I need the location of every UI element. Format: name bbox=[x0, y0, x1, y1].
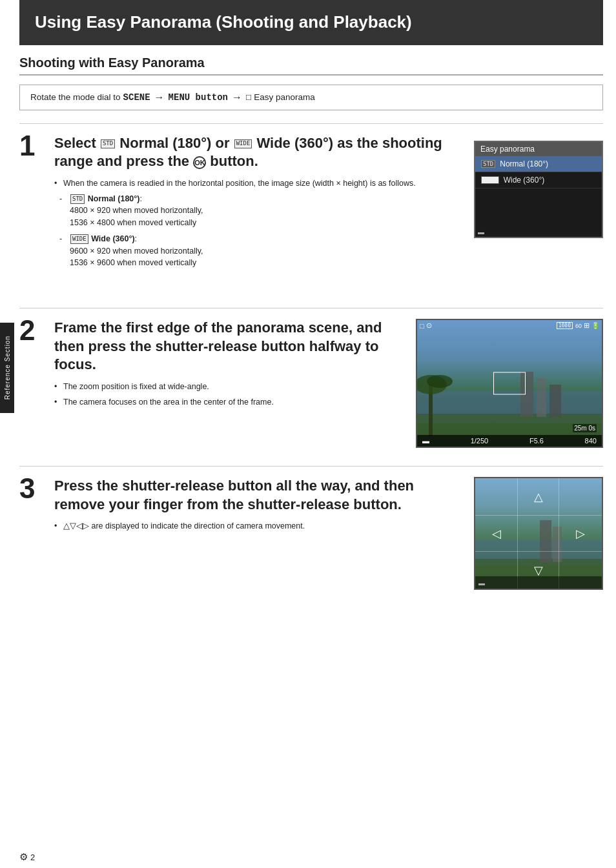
dir-arrow-right: ▷ bbox=[560, 515, 602, 552]
step2-viewfinder: □ ⊙ 1080 60 ⊞ 🔋 25m 0s bbox=[416, 319, 603, 448]
step3-number: 3 bbox=[19, 474, 43, 503]
vf-circle-icon: ⊙ bbox=[426, 321, 432, 330]
step3-bullets: △▽◁▷ are displayed to indicate the direc… bbox=[54, 520, 458, 532]
menu-wide-label: Wide (360°) bbox=[504, 176, 545, 185]
step2-row: 2 Frame the first edge of the panorama s… bbox=[19, 319, 603, 448]
step3-left: 3 Press the shutter-release button all t… bbox=[19, 477, 458, 590]
mode-instruction-prefix: Rotate the mode dial to bbox=[30, 92, 121, 102]
step1-content: Select STD Normal (180°) or WIDE Wide (3… bbox=[54, 134, 458, 272]
dir-battery: ▬ bbox=[478, 580, 485, 587]
sub1-std-icon: STD bbox=[70, 194, 85, 205]
step2-title: Frame the first edge of the panorama sce… bbox=[54, 319, 400, 374]
vf-mode-icon: ⊞ bbox=[584, 321, 590, 330]
section-heading: Shooting with Easy Panorama bbox=[19, 56, 603, 76]
divider2 bbox=[19, 308, 603, 308]
vf-focus-box bbox=[493, 372, 526, 395]
sub2-label: Wide (360°) bbox=[91, 234, 134, 243]
menu-wide-icon: WIDE bbox=[481, 176, 499, 184]
menu-normal-label: Normal (180°) bbox=[500, 159, 548, 168]
scene-text: SCENE bbox=[123, 92, 150, 103]
panorama-icon: □ bbox=[246, 92, 251, 102]
step3-direction-screen: △ ◁ ▷ ▽ ▬ bbox=[474, 477, 603, 590]
mode-instruction-box: Rotate the mode dial to SCENE → MENU but… bbox=[19, 85, 603, 110]
divider1 bbox=[19, 123, 603, 124]
page-title: Using Easy Panorama (Shooting and Playba… bbox=[35, 12, 588, 34]
page-footer: ⚙ 2 bbox=[0, 846, 616, 868]
dir-arrow-center bbox=[517, 515, 559, 552]
sub2-wide-icon: WIDE bbox=[70, 234, 88, 245]
step1-sub2: WIDE Wide (360°): 9600 × 920 when moved … bbox=[59, 233, 458, 269]
menu-button-text: MENU button bbox=[169, 92, 228, 103]
menu-screen-bottom: ▬ bbox=[475, 227, 602, 237]
step1-bullet1: When the camera is readied in the horizo… bbox=[54, 177, 458, 190]
dir-arrows: △ ◁ ▷ ▽ bbox=[475, 478, 602, 589]
footer-page-number: 2 bbox=[30, 853, 35, 862]
step1-sub-list: STD Normal (180°): 4800 × 920 when moved… bbox=[59, 193, 458, 270]
page: Reference Section Using Easy Panorama (S… bbox=[0, 0, 616, 868]
arrow2: → bbox=[232, 92, 242, 103]
vf-shutter: 1/250 bbox=[471, 437, 489, 445]
step3-content: Press the shutter-release button all the… bbox=[54, 477, 458, 536]
vf-aperture: F5.6 bbox=[529, 437, 544, 445]
step1-menu-screen: Easy panorama STD Normal (180°) WIDE Wid… bbox=[474, 141, 603, 238]
vf-top-icons: □ ⊙ 1080 60 ⊞ 🔋 bbox=[417, 321, 602, 330]
dir-arrow-topright bbox=[560, 478, 602, 515]
step3-bullet1: △▽◁▷ are displayed to indicate the direc… bbox=[54, 520, 458, 532]
step2-left: 2 Frame the first edge of the panorama s… bbox=[19, 319, 400, 448]
menu-item-wide: WIDE Wide (360°) bbox=[475, 172, 602, 188]
normal-label: Normal (180°) bbox=[119, 135, 211, 151]
vf-timer: 25m 0s bbox=[573, 424, 597, 432]
svg-rect-5 bbox=[549, 385, 561, 417]
step1: 1 Select STD Normal (180°) or WIDE Wide … bbox=[19, 134, 458, 272]
divider3 bbox=[19, 466, 603, 467]
menu-empty-space bbox=[475, 188, 602, 227]
step3-row: 3 Press the shutter-release button all t… bbox=[19, 477, 603, 590]
menu-screen-title: Easy panorama bbox=[475, 142, 602, 156]
arrow1: → bbox=[154, 92, 165, 103]
step2-bullets: The zoom position is fixed at wide-angle… bbox=[54, 381, 400, 409]
step1-right: Easy panorama STD Normal (180°) WIDE Wid… bbox=[474, 134, 603, 290]
step1-sub1: STD Normal (180°): 4800 × 920 when moved… bbox=[59, 193, 458, 229]
vf-bottom-bar: ▬ 1/250 F5.6 840 bbox=[417, 435, 602, 447]
step3-right: △ ◁ ▷ ▽ ▬ bbox=[474, 477, 603, 590]
side-bar-label: Reference Section bbox=[4, 336, 11, 399]
battery-icon1: ▬ bbox=[478, 228, 484, 236]
step2-number: 2 bbox=[19, 316, 43, 345]
vf-res-badge: 1080 bbox=[557, 322, 573, 329]
sub1-label: Normal (180°) bbox=[88, 194, 140, 203]
step1-row: 1 Select STD Normal (180°) or WIDE Wide … bbox=[19, 134, 603, 290]
vf-frame-icon: □ bbox=[420, 322, 424, 330]
step2-bullet2: The camera focuses on the area in the ce… bbox=[54, 396, 400, 409]
dir-arrow-left: ◁ bbox=[475, 515, 517, 552]
svg-rect-4 bbox=[537, 378, 546, 417]
wide-label: Wide (360°) bbox=[256, 135, 333, 151]
menu-item-normal: STD Normal (180°) bbox=[475, 156, 602, 172]
step2-content: Frame the first edge of the panorama sce… bbox=[54, 319, 400, 411]
step2-bullet1: The zoom position is fixed at wide-angle… bbox=[54, 381, 400, 393]
ok-button-icon: OK bbox=[193, 156, 206, 169]
step2-right: □ ⊙ 1080 60 ⊞ 🔋 25m 0s bbox=[416, 319, 603, 448]
vf-battery-sm: ▬ bbox=[422, 437, 429, 445]
step3-title: Press the shutter-release button all the… bbox=[54, 477, 458, 514]
step1-number: 1 bbox=[19, 132, 43, 160]
step1-bullets: When the camera is readied in the horizo… bbox=[54, 177, 458, 190]
title-box: Using Easy Panorama (Shooting and Playba… bbox=[19, 0, 603, 45]
vf-top-right-icons: 1080 60 ⊞ 🔋 bbox=[556, 321, 599, 330]
side-bar: Reference Section bbox=[0, 323, 14, 413]
vf-battery-icon: 🔋 bbox=[591, 322, 599, 329]
dir-bottom-bar: ▬ bbox=[475, 576, 602, 589]
std-icon-badge: STD bbox=[101, 139, 115, 148]
main-content: Using Easy Panorama (Shooting and Playba… bbox=[19, 0, 603, 846]
step2: 2 Frame the first edge of the panorama s… bbox=[19, 319, 400, 411]
step1-title: Select STD Normal (180°) or WIDE Wide (3… bbox=[54, 134, 458, 171]
easy-panorama-text: Easy panorama bbox=[254, 92, 315, 102]
wide-icon-badge: WIDE bbox=[234, 139, 252, 148]
footer-icon: ⚙ bbox=[19, 851, 28, 863]
menu-std-icon: STD bbox=[481, 160, 495, 168]
dir-arrow-top: △ bbox=[517, 478, 559, 515]
vf-top-left-icons: □ ⊙ bbox=[420, 321, 432, 330]
step3: 3 Press the shutter-release button all t… bbox=[19, 477, 458, 536]
vf-res-text: 60 bbox=[575, 323, 582, 329]
step1-left: 1 Select STD Normal (180°) or WIDE Wide … bbox=[19, 134, 458, 290]
svg-point-8 bbox=[427, 375, 453, 388]
